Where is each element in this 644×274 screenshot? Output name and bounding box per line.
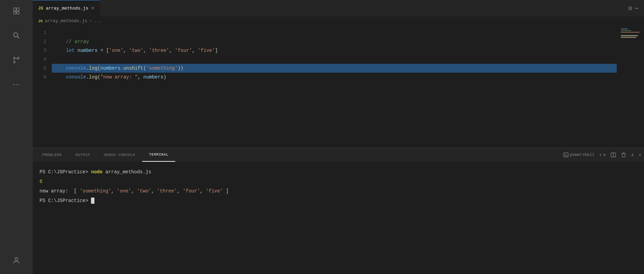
terminal-name: powershell [570, 153, 595, 157]
panel: PROBLEMS OUTPUT DEBUG CONSOLE TERMINAL [33, 148, 644, 274]
term-prompt-2: PS C:\JSPractice> [40, 196, 91, 205]
tab-problems[interactable]: PROBLEMS [35, 148, 69, 162]
line-num-5: 5 [33, 64, 46, 73]
str-three: 'three' [149, 46, 169, 55]
more-icon[interactable] [8, 76, 25, 93]
close-panel-button[interactable]: × [639, 153, 641, 158]
breadcrumb-js-icon: JS [38, 19, 43, 23]
code-content[interactable]: // array let numbers = ['one', 'two', 't… [52, 26, 617, 148]
term-node-cmd: node [91, 167, 103, 177]
breadcrumb-more: ... [94, 18, 102, 24]
terminal-line-1: PS C:\JSPractice> node array_methods.js [40, 167, 637, 177]
term-comma-5: , [200, 186, 206, 196]
str-new-array: "new array: " [100, 73, 137, 82]
comment-array: // array [66, 37, 89, 46]
svg-point-11 [18, 84, 19, 85]
tab-debug-console[interactable]: DEBUG CONSOLE [97, 148, 142, 162]
maximize-panel-button[interactable]: ∧ [631, 152, 634, 158]
svg-point-7 [18, 57, 19, 59]
trash-icon [621, 152, 626, 158]
term-str-one: 'one' [117, 186, 131, 196]
term-suffix: ] [223, 186, 229, 196]
js-file-icon: JS [38, 6, 43, 11]
tab-terminal[interactable]: TERMINAL [142, 148, 175, 162]
code-line-6: console.log("new array: ", numbers) [52, 73, 617, 82]
fn-log-2: log [89, 73, 98, 82]
source-control-icon[interactable] [8, 52, 25, 68]
line-num-3: 3 [33, 46, 46, 55]
more-actions-button[interactable]: ⋯ [635, 4, 639, 12]
svg-rect-0 [14, 8, 16, 11]
terminal-line-4: PS C:\JSPractice> [40, 196, 637, 205]
term-str-three: 'three' [157, 186, 177, 196]
terminal-icon [563, 152, 569, 158]
add-terminal-button[interactable]: + ∨ [599, 152, 606, 158]
svg-rect-1 [17, 8, 19, 11]
panel-tab-actions: powershell + ∨ [563, 152, 641, 158]
terminal-line-2: 6 [40, 177, 637, 186]
code-line-1 [52, 28, 617, 37]
term-str-something: 'something' [80, 186, 111, 196]
term-prompt-1: PS C:\JSPractice> [40, 167, 91, 177]
svg-rect-3 [17, 12, 19, 14]
main-content: JS array_methods.js × ⊟ ⋯ JS array_metho… [33, 0, 644, 274]
kill-terminal-button[interactable] [621, 152, 626, 158]
svg-point-12 [15, 258, 18, 260]
split-icon [611, 152, 616, 158]
svg-rect-2 [14, 12, 16, 14]
tab-output[interactable]: OUTPUT [69, 148, 97, 162]
editor-area: 1 2 3 4 5 6 // array let numbers = ['one… [33, 26, 644, 148]
split-terminal-button[interactable] [611, 152, 616, 158]
fn-unshift: unshift [123, 64, 144, 73]
code-line-5: console.log(numbers.unshift('something')… [52, 64, 617, 73]
terminal-label: powershell [563, 152, 595, 158]
term-str-two: 'two' [137, 186, 151, 196]
code-line-3: let numbers = ['one', 'two', 'three', 'f… [52, 46, 617, 55]
split-editor-button[interactable]: ⊟ [628, 4, 632, 12]
keyword-console: console [66, 64, 86, 73]
term-str-four: 'four' [183, 186, 200, 196]
terminal-cursor [91, 198, 94, 204]
svg-point-10 [16, 84, 17, 85]
line-num-6: 6 [33, 73, 46, 82]
term-output-6: 6 [40, 177, 42, 186]
term-str-five: 'five' [206, 186, 223, 196]
breadcrumb-filename[interactable]: array_methods.js [45, 18, 87, 24]
str-one: 'one' [109, 46, 123, 55]
terminal-line-3: new array: [ 'something', 'one', 'two', … [40, 186, 637, 196]
editor-tab[interactable]: JS array_methods.js × [33, 0, 100, 16]
svg-point-9 [14, 84, 15, 85]
files-icon[interactable] [8, 3, 25, 19]
search-icon[interactable] [8, 27, 25, 44]
str-five: 'five' [198, 46, 215, 55]
var-numbers-3: numbers [143, 73, 163, 82]
account-icon[interactable] [8, 252, 25, 269]
keyword-console-2: console [66, 73, 86, 82]
line-num-2: 2 [33, 37, 46, 46]
term-comma-1: , [111, 186, 117, 196]
str-four: 'four' [175, 46, 192, 55]
code-line-4 [52, 55, 617, 64]
keyword-let: let [66, 46, 75, 55]
var-numbers: numbers [77, 46, 98, 55]
tab-bar: JS array_methods.js × ⊟ ⋯ [33, 0, 644, 16]
line-numbers: 1 2 3 4 5 6 [33, 26, 52, 148]
term-comma-4: , [177, 186, 183, 196]
activity-bar [0, 0, 33, 274]
tab-actions: ⊟ ⋯ [628, 4, 644, 12]
term-cmd-rest: array_methods.js [103, 167, 151, 177]
str-something: 'something' [146, 64, 178, 73]
line-num-4: 4 [33, 55, 46, 64]
breadcrumb-separator: > [89, 18, 92, 24]
svg-line-5 [17, 37, 19, 39]
breadcrumb: JS array_methods.js > ... [33, 16, 644, 26]
line-num-1: 1 [33, 28, 46, 37]
svg-rect-13 [564, 153, 568, 157]
terminal-content[interactable]: PS C:\JSPractice> node array_methods.js … [33, 162, 644, 274]
tab-filename: array_methods.js [46, 6, 88, 11]
term-new-array-prefix: new array: [ [40, 186, 80, 196]
term-comma-3: , [151, 186, 157, 196]
panel-tabs: PROBLEMS OUTPUT DEBUG CONSOLE TERMINAL [33, 148, 644, 162]
tab-close-button[interactable]: × [91, 6, 94, 11]
str-two: 'two' [129, 46, 143, 55]
